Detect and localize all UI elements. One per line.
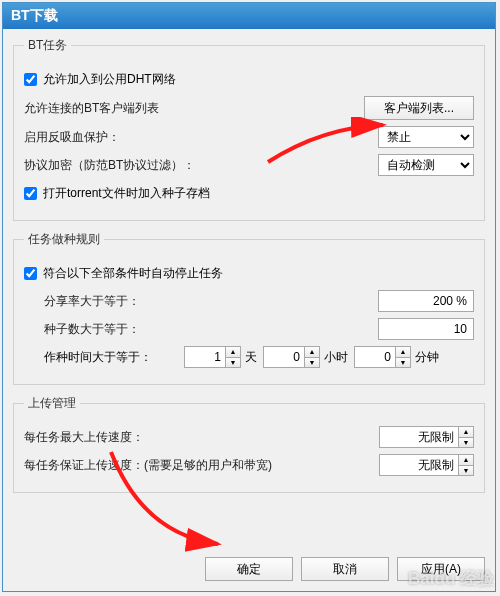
select-encrypt[interactable]: 自动检测 <box>378 154 474 176</box>
unit-mins: 分钟 <box>415 349 439 366</box>
select-anti-leech[interactable]: 禁止 <box>378 126 474 148</box>
row-share-ratio: 分享率大于等于： <box>24 290 474 312</box>
checkbox-archive[interactable] <box>24 187 37 200</box>
cancel-button[interactable]: 取消 <box>301 557 389 581</box>
spin-up-icon[interactable]: ▲ <box>305 346 320 357</box>
spin-down-icon[interactable]: ▼ <box>226 357 241 369</box>
input-days[interactable] <box>184 346 226 368</box>
spinner-mins: ▲ ▼ <box>354 346 411 368</box>
label-share-ratio: 分享率大于等于： <box>44 293 378 310</box>
ok-button[interactable]: 确定 <box>205 557 293 581</box>
spin-up-icon[interactable]: ▲ <box>459 426 474 437</box>
group-seed-rule: 任务做种规则 符合以下全部条件时自动停止任务 分享率大于等于： 种子数大于等于：… <box>13 231 485 385</box>
unit-days: 天 <box>245 349 257 366</box>
label-archive: 打开torrent文件时加入种子存档 <box>43 185 210 202</box>
spin-up-icon[interactable]: ▲ <box>396 346 411 357</box>
input-share-ratio[interactable] <box>378 290 474 312</box>
checkbox-dht[interactable] <box>24 73 37 86</box>
input-hours[interactable] <box>263 346 305 368</box>
label-anti-leech: 启用反吸血保护： <box>24 129 378 146</box>
spin-up-icon[interactable]: ▲ <box>459 454 474 465</box>
row-stop-cond: 符合以下全部条件时自动停止任务 <box>24 262 474 284</box>
input-max-upload[interactable] <box>379 426 459 448</box>
label-encrypt: 协议加密（防范BT协议过滤）： <box>24 157 378 174</box>
spin-down-icon[interactable]: ▼ <box>459 437 474 449</box>
row-client-list: 允许连接的BT客户端列表 客户端列表... <box>24 96 474 120</box>
row-archive: 打开torrent文件时加入种子存档 <box>24 182 474 204</box>
row-seed-count: 种子数大于等于： <box>24 318 474 340</box>
spinner-hours: ▲ ▼ <box>263 346 320 368</box>
label-stop-cond: 符合以下全部条件时自动停止任务 <box>43 265 223 282</box>
group-bt-task: BT任务 允许加入到公用DHT网络 允许连接的BT客户端列表 客户端列表... … <box>13 37 485 221</box>
input-seed-count[interactable] <box>378 318 474 340</box>
apply-button[interactable]: 应用(A) <box>397 557 485 581</box>
client-list-button[interactable]: 客户端列表... <box>364 96 474 120</box>
label-seed-count: 种子数大于等于： <box>44 321 378 338</box>
row-seed-time: 作种时间大于等于： ▲ ▼ 天 ▲ ▼ 小时 <box>24 346 474 368</box>
input-guarantee-upload[interactable] <box>379 454 459 476</box>
spinner-guarantee-upload: ▲ ▼ <box>379 454 474 476</box>
label-max-upload: 每任务最大上传速度： <box>24 429 379 446</box>
spin-down-icon[interactable]: ▼ <box>305 357 320 369</box>
label-guarantee-upload: 每任务保证上传速度：(需要足够的用户和带宽) <box>24 457 379 474</box>
input-mins[interactable] <box>354 346 396 368</box>
spin-down-icon[interactable]: ▼ <box>459 465 474 477</box>
legend-seed-rule: 任务做种规则 <box>24 231 104 248</box>
row-anti-leech: 启用反吸血保护： 禁止 <box>24 126 474 148</box>
label-client-list: 允许连接的BT客户端列表 <box>24 100 364 117</box>
row-encrypt: 协议加密（防范BT协议过滤）： 自动检测 <box>24 154 474 176</box>
row-guarantee-upload: 每任务保证上传速度：(需要足够的用户和带宽) ▲ ▼ <box>24 454 474 476</box>
titlebar: BT下载 <box>3 3 495 29</box>
dialog-window: BT下载 BT任务 允许加入到公用DHT网络 允许连接的BT客户端列表 客户端列… <box>2 2 496 592</box>
unit-hours: 小时 <box>324 349 348 366</box>
row-dht: 允许加入到公用DHT网络 <box>24 68 474 90</box>
label-seed-time: 作种时间大于等于： <box>44 349 184 366</box>
checkbox-stop-cond[interactable] <box>24 267 37 280</box>
legend-upload: 上传管理 <box>24 395 80 412</box>
button-bar: 确定 取消 应用(A) <box>3 548 495 591</box>
spinner-max-upload: ▲ ▼ <box>379 426 474 448</box>
spinner-days: ▲ ▼ <box>184 346 241 368</box>
content-area: BT任务 允许加入到公用DHT网络 允许连接的BT客户端列表 客户端列表... … <box>3 29 495 548</box>
row-max-upload: 每任务最大上传速度： ▲ ▼ <box>24 426 474 448</box>
group-upload: 上传管理 每任务最大上传速度： ▲ ▼ 每任务保证上传速度：(需要足够的用户和带… <box>13 395 485 493</box>
spin-up-icon[interactable]: ▲ <box>226 346 241 357</box>
title-text: BT下载 <box>11 7 58 23</box>
label-dht: 允许加入到公用DHT网络 <box>43 71 176 88</box>
legend-bt-task: BT任务 <box>24 37 71 54</box>
spin-down-icon[interactable]: ▼ <box>396 357 411 369</box>
